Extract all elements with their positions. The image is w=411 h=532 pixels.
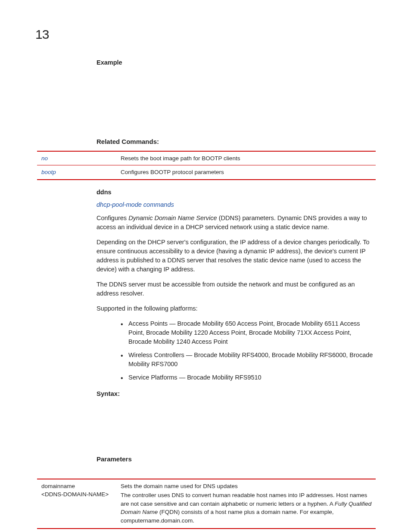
- list-item: Access Points — Brocade Mobility 650 Acc…: [121, 319, 376, 346]
- dhcp-pool-mode-link[interactable]: dhcp-pool-mode commands: [97, 200, 376, 209]
- param-name-line: domainname: [41, 482, 115, 491]
- param-desc-line: The controller uses DNS to convert human…: [121, 491, 373, 525]
- related-cmd-desc: Resets the boot image path for BOOTP cli…: [118, 151, 376, 165]
- list-item: Service Platforms — Brocade Mobility RFS…: [121, 373, 376, 382]
- related-cmd-link[interactable]: bootp: [41, 169, 56, 175]
- parameters-heading: Parameters: [97, 454, 376, 464]
- spacer: [97, 468, 376, 479]
- related-commands-heading: Related Commands:: [97, 137, 376, 146]
- param-desc-cell: Sets the domain name used for DNS update…: [118, 479, 376, 529]
- parameters-table: domainname <DDNS-DOMAIN-NAME> Sets the d…: [37, 479, 376, 529]
- param-name-line: <DDNS-DOMAIN-NAME>: [41, 490, 115, 499]
- table-row: bootp Configures BOOTP protocol paramete…: [37, 165, 376, 180]
- syntax-placeholder: [97, 403, 376, 454]
- table-row: no Resets the boot image path for BOOTP …: [37, 151, 376, 165]
- related-cmd-desc: Configures BOOTP protocol parameters: [118, 165, 376, 180]
- related-commands-table: no Resets the boot image path for BOOTP …: [37, 151, 376, 180]
- page-content: Example Related Commands: no Resets the …: [97, 58, 376, 529]
- ddns-paragraph-2: Depending on the DHCP server's configura…: [97, 238, 376, 274]
- table-row: domainname <DDNS-DOMAIN-NAME> Sets the d…: [37, 479, 376, 529]
- param-name-cell: domainname <DDNS-DOMAIN-NAME>: [37, 479, 118, 529]
- parameters-block: domainname <DDNS-DOMAIN-NAME> Sets the d…: [37, 479, 376, 529]
- platforms-list: Access Points — Brocade Mobility 650 Acc…: [97, 319, 376, 382]
- ddns-paragraph-3: The DDNS server must be accessible from …: [97, 280, 376, 298]
- syntax-heading: Syntax:: [97, 389, 376, 398]
- related-commands-block: no Resets the boot image path for BOOTP …: [37, 151, 376, 180]
- page-number: 13: [35, 25, 49, 44]
- ddns-heading: ddns: [97, 188, 376, 197]
- ddns-paragraph-1: Configures Dynamic Domain Name Service (…: [97, 214, 376, 232]
- param-desc-line: Sets the domain name used for DNS update…: [121, 482, 373, 491]
- example-heading: Example: [97, 58, 376, 67]
- example-placeholder: [97, 71, 376, 135]
- related-cmd-link[interactable]: no: [41, 155, 48, 162]
- list-item: Wireless Controllers — Brocade Mobility …: [121, 351, 376, 369]
- text-fragment: The controller uses DNS to convert human…: [121, 492, 367, 507]
- supported-intro: Supported in the following platforms:: [97, 304, 376, 313]
- text-fragment: Configures: [97, 215, 128, 221]
- text-emphasis: Dynamic Domain Name Service: [128, 215, 217, 221]
